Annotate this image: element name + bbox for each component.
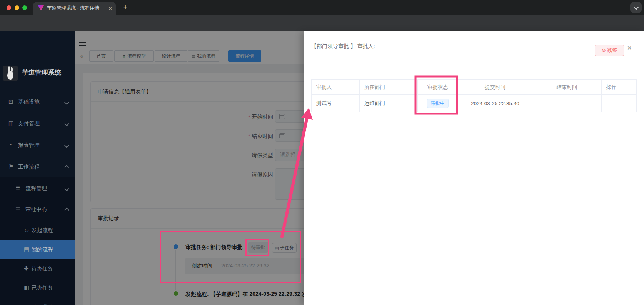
copy-icon: ⧉ — [24, 297, 28, 305]
screenshot-root: 芋道管理系统 - 流程详情 × + ← → ↻ ⌂ ⓘ 127.0.0.1/bp… — [0, 0, 644, 305]
circle-minus-icon: ⊖ — [602, 47, 606, 53]
cell-action — [602, 95, 637, 112]
col-action: 操作 — [602, 80, 637, 95]
sidebar-item-workflow[interactable]: ⚑ 工作流程 — [0, 157, 75, 176]
drawer-title: 【部门领导审批 】 审批人: — [311, 43, 375, 50]
tab-close-icon[interactable]: × — [108, 2, 112, 15]
window-maximize-button[interactable] — [22, 5, 27, 10]
reduce-sign-button[interactable]: ⊖减签 — [595, 45, 624, 56]
cell-submit-time: 2024-03-25 22:35:40 — [458, 95, 532, 112]
tab-title: 芋道管理系统 - 流程详情 — [47, 2, 99, 15]
window-minimize-button[interactable] — [15, 5, 19, 10]
cell-approver: 测试号 — [312, 95, 360, 112]
chevron-up-icon — [64, 165, 69, 170]
sidebar-item-approval-center[interactable]: ☰ 审批中心 — [0, 200, 75, 219]
workflow-icon: ⚑ — [8, 157, 13, 176]
cell-department: 运维部门 — [360, 95, 418, 112]
sidebar-item-done-task[interactable]: ◧ 已办任务 — [0, 278, 75, 297]
sidebar-item-process-manage[interactable]: ≣ 流程管理 — [0, 179, 75, 198]
table-header-row: 审批人 所在部门 审批状态 提交时间 结束时间 操作 — [312, 80, 637, 95]
approver-drawer: 【部门领导审批 】 审批人: ⊖减签 × 审批人 所在部门 审批状态 提交时间 … — [304, 31, 644, 305]
smiley-icon: ☺ — [24, 220, 30, 240]
book-icon: ▤ — [24, 240, 29, 259]
payment-icon: ◫ — [8, 114, 14, 133]
sidebar-item-my-process[interactable]: ▤ 我的流程 — [0, 240, 75, 259]
browser-tab-strip: 芋道管理系统 - 流程详情 × + — [0, 0, 644, 15]
sidebar-item-report[interactable]: ◔ 报表管理 — [0, 135, 75, 154]
sidebar: 芋道管理系统 ⊡ 基础设施 ◫ 支付管理 ◔ 报表管理 ⚑ 工作流程 ≣ 流程管… — [0, 31, 75, 305]
tab-search-button[interactable] — [630, 2, 642, 13]
chevron-down-icon — [64, 186, 69, 191]
site-favicon — [38, 5, 44, 11]
chevron-down-icon — [64, 121, 69, 126]
grid-icon: ◧ — [24, 278, 29, 297]
logo-avatar — [3, 66, 18, 81]
cell-end-time — [532, 95, 602, 112]
sidebar-item-cc-me[interactable]: ⧉ 抄送我的 — [0, 297, 75, 305]
new-tab-button[interactable]: + — [120, 2, 130, 12]
col-approver: 审批人 — [312, 80, 360, 95]
stack-icon: ☰ — [15, 200, 20, 219]
chevron-down-icon — [64, 100, 69, 105]
sidebar-item-infrastructure[interactable]: ⊡ 基础设施 — [0, 92, 75, 111]
browser-toolbar: ← → ↻ ⌂ ⓘ 127.0.0.1/bpm/process-instance… — [0, 15, 644, 31]
list-icon: ≣ — [15, 179, 20, 198]
sidebar-item-todo-task[interactable]: ✤ 待办任务 — [0, 259, 75, 278]
clover-icon: ✤ — [24, 259, 29, 278]
col-submit-time: 提交时间 — [458, 80, 532, 95]
col-department: 所在部门 — [360, 80, 418, 95]
browser-tab[interactable]: 芋道管理系统 - 流程详情 × — [33, 2, 116, 15]
window-close-button[interactable] — [7, 5, 11, 10]
sidebar-item-payment[interactable]: ◫ 支付管理 — [0, 114, 75, 133]
app-title: 芋道管理系统 — [22, 68, 61, 77]
table-row: 测试号 运维部门 审批中 2024-03-25 22:35:40 — [312, 95, 637, 112]
sidebar-item-start-process[interactable]: ☺ 发起流程 — [0, 220, 75, 240]
status-badge: 审批中 — [427, 99, 449, 108]
pie-chart-icon: ◔ — [8, 135, 12, 154]
col-end-time: 结束时间 — [532, 80, 602, 95]
approver-table: 审批人 所在部门 审批状态 提交时间 结束时间 操作 测试号 运维部门 审批中 … — [311, 79, 637, 112]
monitor-icon: ⊡ — [8, 92, 13, 111]
chevron-up-icon — [64, 207, 69, 212]
drawer-close-icon[interactable]: × — [625, 43, 634, 53]
cell-status: 审批中 — [418, 95, 458, 112]
col-status: 审批状态 — [418, 80, 458, 95]
chevron-down-icon — [64, 143, 69, 148]
